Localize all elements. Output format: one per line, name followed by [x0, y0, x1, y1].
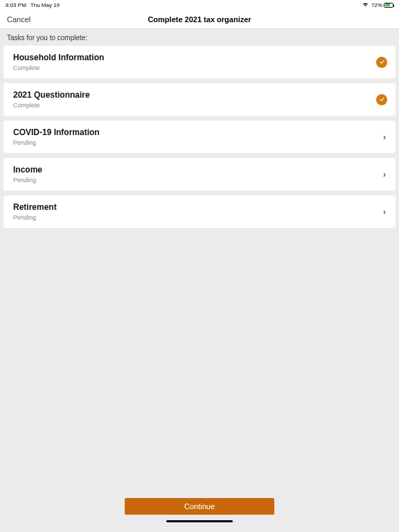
status-right: 72% [362, 2, 393, 8]
task-household-information[interactable]: Household Information Complete [3, 46, 396, 78]
task-list: Household Information Complete 2021 Ques… [0, 46, 399, 228]
task-content: COVID-19 Information Pending [13, 127, 100, 146]
chevron-right-icon: › [383, 170, 387, 179]
battery-pct: 72% [371, 2, 382, 8]
check-icon [376, 57, 387, 68]
bottom-bar: Continue [0, 498, 399, 522]
task-content: 2021 Questionnaire Complete [13, 90, 90, 109]
task-title: Income [13, 165, 42, 175]
status-left: 8:03 PM Thu May 19 [6, 2, 60, 8]
task-status: Pending [13, 214, 57, 221]
cancel-button[interactable]: Cancel [7, 15, 30, 24]
check-icon [376, 94, 387, 105]
task-title: Household Information [13, 53, 104, 62]
task-status: Pending [13, 177, 42, 184]
status-time: 8:03 PM [6, 2, 26, 8]
task-covid-19-information[interactable]: COVID-19 Information Pending › [3, 121, 396, 153]
task-title: 2021 Questionnaire [13, 90, 90, 100]
nav-header: Cancel Complete 2021 tax organizer [0, 10, 399, 29]
continue-button[interactable]: Continue [125, 498, 274, 515]
battery-indicator: 72% [371, 2, 393, 8]
wifi-icon [362, 2, 369, 8]
task-status: Pending [13, 139, 100, 146]
status-bar: 8:03 PM Thu May 19 72% [0, 0, 399, 10]
task-content: Income Pending [13, 165, 42, 184]
task-2021-questionnaire[interactable]: 2021 Questionnaire Complete [3, 83, 396, 116]
task-title: Retirement [13, 202, 57, 212]
chevron-right-icon: › [383, 207, 387, 217]
task-status: Complete [13, 102, 90, 109]
page-title: Complete 2021 tax organizer [148, 15, 251, 24]
task-status: Complete [13, 64, 104, 71]
task-content: Household Information Complete [13, 53, 104, 71]
task-income[interactable]: Income Pending › [3, 158, 396, 190]
status-date: Thu May 19 [30, 2, 60, 8]
tasks-label: Tasks for you to complete: [0, 29, 399, 46]
battery-icon [384, 3, 393, 8]
home-indicator[interactable] [166, 520, 233, 522]
chevron-right-icon: › [383, 132, 387, 142]
task-retirement[interactable]: Retirement Pending › [3, 195, 396, 228]
task-content: Retirement Pending [13, 202, 57, 221]
task-title: COVID-19 Information [13, 127, 100, 137]
